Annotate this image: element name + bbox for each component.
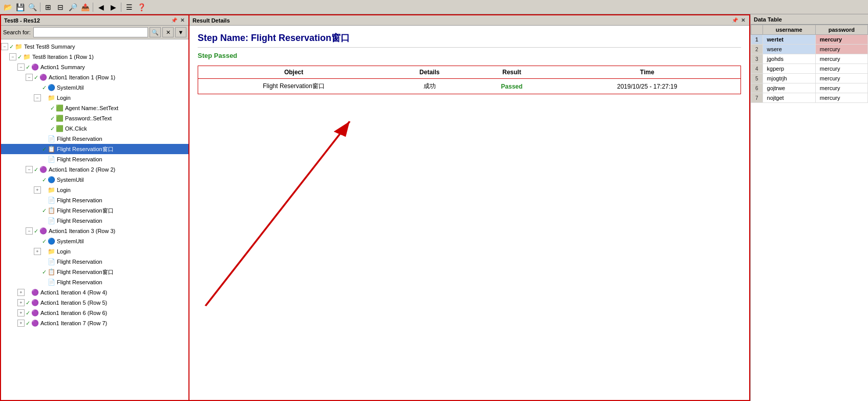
node-icon: 📄 (48, 257, 55, 266)
tree-item[interactable]: −✓📁Login (1, 93, 188, 103)
tree-item[interactable]: ✓📄Flight Reservation (1, 195, 188, 205)
table-icon[interactable]: ⊟ (55, 2, 66, 13)
expander-icon[interactable]: − (26, 166, 33, 173)
password-cell: mercury (815, 83, 867, 93)
expander-icon[interactable]: + (17, 299, 25, 306)
right-titlebar: Data Table (751, 14, 868, 25)
tree-item[interactable]: +✓🟣Action1 Iteration 7 (Row 7) (1, 318, 188, 328)
search2-icon[interactable]: 🔎 (67, 2, 78, 13)
expander-placeholder (34, 258, 41, 265)
tree-item[interactable]: ✓📄Flight Reservation (1, 277, 188, 287)
row-number: 6 (751, 83, 763, 93)
tree-item[interactable]: +✓🟣Action1 Iteration 4 (Row 4) (1, 287, 188, 298)
tree-item[interactable]: ✓🔵SystemUtil (1, 236, 188, 246)
tree-item-label: Flight Reservation窗口 (57, 144, 114, 154)
tree-item[interactable]: ✓🟩OK.Click (1, 123, 188, 134)
middle-wrapper: Result Details 📌 ✕ Step Name: Flight Res… (189, 14, 750, 401)
tree-item-label: Login (57, 247, 71, 256)
search-button[interactable]: 🔍 (150, 27, 161, 37)
tree-item[interactable]: ✓📋Flight Reservation窗口 (1, 144, 188, 154)
left-panel-titlebar: Test8 - Res12 📌 ✕ (1, 15, 188, 26)
username-cell: kgperp (763, 64, 815, 74)
tree-container: −✓📁Test Test8 Summary−✓📁Test8 Iteration … (1, 39, 188, 400)
node-icon: 📄 (48, 216, 55, 225)
tree-item[interactable]: +✓📁Login (1, 185, 188, 195)
tree-item[interactable]: −✓🟣Action1 Iteration 2 (Row 2) (1, 164, 188, 175)
expander-icon[interactable]: + (17, 309, 25, 316)
check-placeholder: ✓ (26, 288, 30, 297)
list-icon[interactable]: ☰ (123, 2, 135, 13)
expander-icon[interactable]: − (26, 74, 33, 81)
result-details: 成功 (389, 79, 470, 94)
tree-item[interactable]: −✓🟣Action1 Summary (1, 62, 188, 72)
close-panel-icon[interactable]: ✕ (179, 17, 185, 23)
node-icon: 📄 (48, 278, 55, 287)
check-placeholder: ✓ (42, 93, 47, 102)
result-close-icon[interactable]: ✕ (740, 17, 746, 23)
tree-item[interactable]: −✓📁Test8 Iteration 1 (Row 1) (1, 52, 188, 62)
expander-icon[interactable]: + (34, 186, 41, 194)
tree-item-label: Action1 Iteration 5 (Row 5) (40, 298, 107, 307)
data-row: 1 wertet mercury (751, 35, 868, 45)
expander-icon[interactable]: − (1, 43, 8, 50)
pin-icon[interactable]: 📌 (170, 17, 178, 23)
tree-item[interactable]: ✓🟩Agent Name:.SetText (1, 103, 188, 113)
node-icon: 📁 (15, 42, 23, 51)
tree-item[interactable]: ✓🔵SystemUtil (1, 82, 188, 93)
tree-item-label: Login (57, 93, 71, 102)
help-icon[interactable]: ❓ (136, 2, 147, 13)
search-input[interactable] (33, 27, 148, 37)
col-password-header: password (815, 25, 867, 35)
tree-item[interactable]: −✓📁Test Test8 Summary (1, 41, 188, 52)
tree-item[interactable]: ✓📄Flight Reservation (1, 154, 188, 164)
tree-item[interactable]: ✓📋Flight Reservation窗口 (1, 205, 188, 216)
check-icon: ✓ (26, 62, 30, 72)
export-icon[interactable]: 📤 (79, 2, 91, 13)
save-icon[interactable]: 💾 (14, 2, 26, 13)
tree-item[interactable]: +✓🟣Action1 Iteration 5 (Row 5) (1, 298, 188, 308)
expander-icon[interactable]: − (17, 64, 25, 71)
check-placeholder: ✓ (42, 247, 47, 256)
expander-icon[interactable]: − (9, 53, 16, 60)
tree-item-label: Test Test8 Summary (24, 42, 75, 51)
node-icon: 🔵 (48, 237, 55, 246)
expander-placeholder (42, 115, 49, 122)
tree-item-label: Action1 Iteration 7 (Row 7) (40, 319, 107, 328)
result-pin-icon[interactable]: 📌 (731, 17, 739, 23)
node-icon: 🟣 (31, 298, 39, 307)
node-icon: 🟩 (56, 114, 63, 123)
expander-icon[interactable]: + (17, 320, 25, 327)
expander-placeholder (34, 135, 41, 142)
filter-icon[interactable]: 🔍 (27, 2, 38, 13)
tree-item[interactable]: +✓📁Login (1, 246, 188, 257)
tree-item-label: Password:.SetText (65, 114, 112, 123)
tree-item[interactable]: −✓🟣Action1 Iteration 3 (Row 3) (1, 226, 188, 236)
back-icon[interactable]: ◀ (95, 2, 107, 13)
expander-icon[interactable]: − (26, 227, 33, 235)
tree-item[interactable]: ✓📄Flight Reservation (1, 257, 188, 267)
clear-search-button[interactable]: ✕ (162, 27, 174, 37)
expander-icon[interactable]: + (34, 248, 41, 255)
password-cell: mercury (815, 74, 867, 83)
expander-icon[interactable]: + (17, 289, 25, 296)
tree-item[interactable]: ✓📋Flight Reservation窗口 (1, 267, 188, 277)
tree-item[interactable]: −✓🟣Action1 Iteration 1 (Row 1) (1, 72, 188, 82)
sep2 (93, 3, 93, 12)
result-panel: Result Details 📌 ✕ Step Name: Flight Res… (189, 14, 750, 401)
search-options-button[interactable]: ▼ (175, 27, 186, 37)
tree-item[interactable]: ✓🔵SystemUtil (1, 175, 188, 185)
check-placeholder: ✓ (42, 155, 47, 164)
tree-item[interactable]: ✓📄Flight Reservation (1, 134, 188, 144)
forward-icon[interactable]: ▶ (108, 2, 119, 13)
node-icon: 🔵 (48, 175, 55, 184)
result-content: Step Name: Flight Reservation窗口 Step Pas… (189, 26, 749, 400)
open-icon[interactable]: 📂 (2, 2, 13, 13)
left-panel: Test8 - Res12 📌 ✕ Search for: 🔍 ✕ ▼ −✓📁T… (0, 14, 189, 401)
expander-icon[interactable]: − (34, 94, 41, 101)
tree-item-label: Login (57, 185, 71, 195)
grid-icon[interactable]: ⊞ (43, 2, 54, 13)
tree-item[interactable]: +✓🟣Action1 Iteration 6 (Row 6) (1, 308, 188, 318)
tree-item[interactable]: ✓🟩Password:.SetText (1, 113, 188, 123)
tree-item[interactable]: ✓📄Flight Reservation (1, 216, 188, 226)
expander-placeholder (34, 84, 41, 91)
